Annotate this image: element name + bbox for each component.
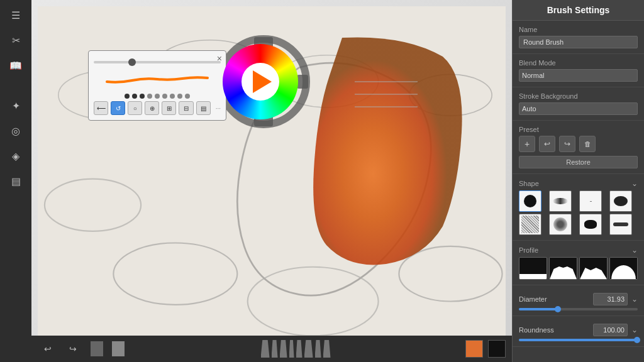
shape-circle-item[interactable] bbox=[519, 190, 541, 212]
shape-oval-item[interactable] bbox=[609, 190, 632, 212]
shape-texture-preview bbox=[521, 216, 539, 233]
brush-dot[interactable] bbox=[125, 94, 130, 99]
diameter-arrow-icon[interactable]: ⌄ bbox=[631, 295, 638, 304]
color-swatch-orange[interactable] bbox=[465, 340, 483, 358]
roundness-row: Roundness ⌄ bbox=[519, 324, 638, 336]
shape-oval-preview bbox=[614, 196, 628, 206]
preset-add-button[interactable]: + bbox=[519, 136, 535, 152]
roundness-arrow-icon[interactable]: ⌄ bbox=[631, 326, 638, 334]
shape-arrow-icon[interactable]: ⌄ bbox=[631, 179, 638, 188]
menu-icon[interactable]: ☰ bbox=[4, 4, 27, 26]
brush-dot[interactable] bbox=[132, 94, 137, 99]
brush-dots-row bbox=[94, 94, 221, 99]
grid-icon[interactable] bbox=[91, 341, 103, 356]
brush-tool-6[interactable]: ▤ bbox=[196, 101, 211, 115]
profile-hill-item[interactable] bbox=[609, 257, 638, 280]
profile-bump-preview bbox=[550, 257, 577, 279]
book-icon[interactable]: 📖 bbox=[4, 54, 27, 77]
roundness-input[interactable] bbox=[593, 324, 628, 336]
roundness-slider-thumb[interactable] bbox=[634, 337, 640, 343]
brush-size-thumb[interactable] bbox=[128, 58, 136, 66]
name-input[interactable] bbox=[519, 36, 638, 48]
brush-tip[interactable] bbox=[304, 340, 313, 358]
diameter-slider-fill bbox=[519, 308, 557, 310]
brush-tool-1[interactable]: ↺ bbox=[111, 101, 125, 115]
shape-soft-item[interactable] bbox=[549, 214, 572, 235]
brush-tip[interactable] bbox=[323, 340, 331, 358]
brush-dot[interactable] bbox=[155, 94, 160, 99]
blend-mode-label: Blend Mode bbox=[519, 59, 638, 67]
redo-button[interactable]: ↪ bbox=[63, 339, 83, 359]
brush-tool-4[interactable]: ⊞ bbox=[162, 101, 176, 115]
shape-hard-preview bbox=[584, 220, 597, 229]
stroke-bg-select[interactable]: Auto On Off bbox=[519, 102, 638, 115]
play-icon bbox=[253, 70, 272, 93]
brush-tip[interactable] bbox=[261, 340, 270, 358]
shape-grid: ··· bbox=[519, 190, 638, 235]
shape-dash-item[interactable] bbox=[609, 214, 632, 235]
brush-dot[interactable] bbox=[177, 94, 182, 99]
diameter-input[interactable] bbox=[593, 293, 628, 305]
diameter-slider-thumb[interactable] bbox=[555, 306, 561, 312]
restore-button[interactable]: Restore bbox=[519, 156, 638, 168]
right-panel: Brush Settings Name Blend Mode Normal Mu… bbox=[512, 0, 644, 362]
shape-circle-preview bbox=[524, 195, 536, 207]
shape-dash-preview bbox=[613, 222, 628, 226]
scissors-icon[interactable]: ✂ bbox=[4, 29, 27, 52]
brush-preview-popup: × ⟵ ↺ ○ ⊕ ⊞ ⊟ ▤ ··· bbox=[88, 50, 226, 121]
preset-import-button[interactable]: ↩ bbox=[539, 136, 555, 152]
blend-mode-section: Blend Mode Normal Multiply Screen bbox=[513, 54, 644, 87]
blend-mode-row: Normal Multiply Screen bbox=[519, 69, 638, 82]
brush-tip[interactable] bbox=[296, 340, 303, 358]
brush-dot[interactable] bbox=[185, 94, 190, 99]
roundness-slider-track[interactable] bbox=[519, 339, 638, 341]
grid2-icon[interactable] bbox=[112, 341, 125, 356]
stroke-bg-section: Stroke Background Auto On Off bbox=[513, 87, 644, 121]
shape-dots-item[interactable]: ··· bbox=[579, 190, 602, 212]
profile-bump-item[interactable] bbox=[549, 257, 577, 280]
color-wheel-circle[interactable] bbox=[223, 44, 298, 119]
brush-dot[interactable] bbox=[162, 94, 167, 99]
brush-tool-2[interactable]: ○ bbox=[128, 101, 142, 115]
preset-delete-button[interactable]: 🗑 bbox=[579, 136, 596, 152]
diamond-icon[interactable]: ◈ bbox=[4, 145, 27, 167]
brush-tip[interactable] bbox=[280, 340, 287, 358]
diameter-label: Diameter bbox=[519, 295, 589, 303]
brush-tool-label: ··· bbox=[216, 105, 221, 112]
brush-tool-5[interactable]: ⊟ bbox=[179, 101, 193, 115]
color-wheel[interactable] bbox=[223, 44, 298, 119]
roundness-label: Roundness bbox=[519, 326, 589, 334]
brush-tool-back[interactable]: ⟵ bbox=[94, 101, 108, 115]
undo-button[interactable]: ↩ bbox=[38, 339, 58, 359]
svg-point-4 bbox=[45, 179, 141, 231]
shape-hard-item[interactable] bbox=[579, 214, 602, 235]
blend-mode-select[interactable]: Normal Multiply Screen bbox=[519, 69, 638, 82]
brush-tool-3[interactable]: ⊕ bbox=[145, 101, 159, 115]
preset-export-button[interactable]: ↪ bbox=[559, 136, 575, 152]
brush-size-track[interactable] bbox=[94, 61, 221, 63]
bottom-toolbar: ↩ ↪ bbox=[31, 336, 512, 362]
diameter-slider-track[interactable] bbox=[519, 308, 638, 310]
star-icon[interactable]: ✦ bbox=[4, 94, 27, 117]
brush-dot[interactable] bbox=[170, 94, 175, 99]
shape-feather-item[interactable] bbox=[549, 190, 572, 212]
shape-texture-item[interactable] bbox=[519, 214, 541, 235]
preset-section: Preset + ↩ ↪ 🗑 Restore bbox=[513, 121, 644, 174]
main-sneaker-svg bbox=[304, 31, 468, 270]
profile-section: Profile ⌄ bbox=[513, 241, 644, 285]
brush-dot[interactable] bbox=[147, 94, 152, 99]
circle-icon[interactable]: ◎ bbox=[4, 119, 27, 142]
diameter-row: Diameter ⌄ bbox=[519, 293, 638, 305]
brush-tip[interactable] bbox=[289, 340, 294, 358]
profile-arrow-icon[interactable]: ⌄ bbox=[631, 246, 638, 255]
color-swatch-black[interactable] bbox=[488, 340, 506, 358]
profile-double-item[interactable] bbox=[579, 257, 608, 280]
stroke-bg-label: Stroke Background bbox=[519, 92, 638, 100]
brush-tip[interactable] bbox=[272, 340, 278, 358]
layers-icon[interactable]: ▤ bbox=[4, 170, 27, 192]
profile-flat-item[interactable] bbox=[519, 257, 547, 280]
svg-point-6 bbox=[248, 267, 379, 336]
brush-dot[interactable] bbox=[140, 94, 145, 99]
brush-tip[interactable] bbox=[315, 340, 321, 358]
canvas-area[interactable]: × ⟵ ↺ ○ ⊕ ⊞ ⊟ ▤ ··· bbox=[31, 0, 512, 362]
